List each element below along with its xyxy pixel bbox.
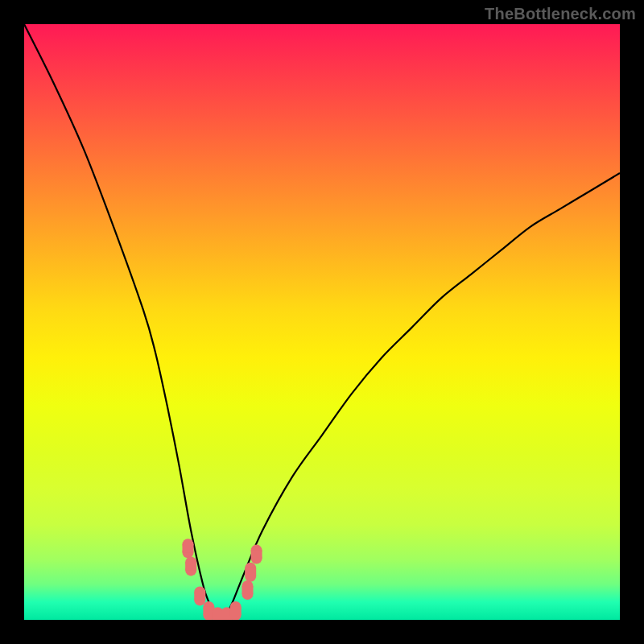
svg-rect-8 <box>194 592 205 600</box>
chart-frame: TheBottleneck.com <box>0 0 644 644</box>
svg-rect-23 <box>242 586 254 594</box>
plot-area <box>24 24 620 620</box>
curve-layer <box>24 24 620 620</box>
marker <box>251 545 262 564</box>
marker <box>194 586 205 605</box>
marker <box>185 556 196 576</box>
watermark-text: TheBottleneck.com <box>485 5 636 23</box>
marker <box>183 539 194 558</box>
marker <box>245 563 256 582</box>
svg-rect-2 <box>183 544 194 552</box>
svg-rect-20 <box>230 607 242 615</box>
svg-rect-29 <box>251 551 262 559</box>
marker <box>230 601 242 620</box>
svg-rect-26 <box>245 568 256 576</box>
marker <box>242 580 254 600</box>
bottleneck-curve <box>24 24 620 620</box>
svg-rect-5 <box>185 562 196 570</box>
